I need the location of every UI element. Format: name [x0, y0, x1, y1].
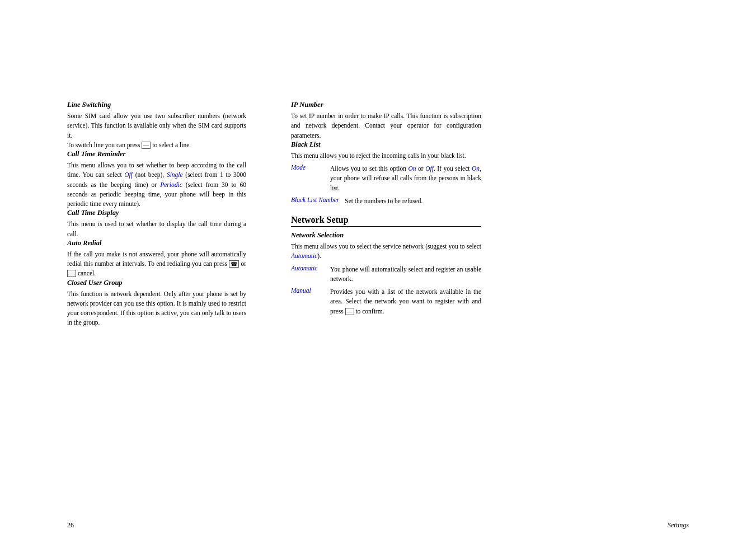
- section-call-time-reminder: Call Time Reminder This menu allows you …: [67, 150, 246, 209]
- key-icon: —: [142, 142, 151, 149]
- content-area: Line Switching Some SIM card allow you u…: [0, 0, 756, 362]
- page-number: 26: [67, 521, 74, 530]
- network-manual-label: Manual: [291, 287, 325, 316]
- term-off: Off: [124, 171, 133, 178]
- term-on: On: [408, 165, 416, 172]
- page: Line Switching Some SIM card allow you u…: [0, 0, 756, 534]
- black-list-title: Black List: [291, 140, 481, 149]
- line-switching-title: Line Switching: [67, 101, 246, 109]
- left-column: Line Switching Some SIM card allow you u…: [67, 101, 246, 328]
- footer-section-label: Settings: [668, 521, 689, 530]
- section-network-setup: Network Setup: [291, 215, 481, 227]
- black-list-number-desc: Set the numbers to be refused.: [345, 196, 481, 206]
- section-ip-number: IP Number To set IP number in order to m…: [291, 101, 481, 140]
- network-automatic-desc: You phone will automatically select and …: [330, 265, 481, 284]
- network-automatic-item: Automatic You phone will automatically s…: [291, 265, 481, 284]
- term-periodic: Periodic: [160, 181, 182, 188]
- network-manual-desc: Provides you with a list of the network …: [330, 287, 481, 316]
- network-manual-item: Manual Provides you with a list of the n…: [291, 287, 481, 316]
- section-line-switching: Line Switching Some SIM card allow you u…: [67, 101, 246, 150]
- network-selection-title: Network Selection: [291, 231, 481, 240]
- closed-user-group-title: Closed User Group: [67, 279, 246, 287]
- footer: 26 Settings: [0, 517, 756, 534]
- black-list-mode-desc: Allows you to set this option On or Off.…: [330, 164, 481, 193]
- network-automatic-label: Automatic: [291, 265, 325, 284]
- call-time-reminder-text: This menu allows you to set whether to b…: [67, 161, 246, 209]
- black-list-mode-item: Mode Allows you to set this option On or…: [291, 164, 481, 193]
- ip-number-text: To set IP number in order to make IP cal…: [291, 111, 481, 140]
- confirm-key-icon: —: [345, 308, 354, 315]
- section-call-time-display: Call Time Display This menu is used to s…: [67, 209, 246, 239]
- section-black-list: Black List This menu allows you to rejec…: [291, 140, 481, 206]
- section-closed-user-group: Closed User Group This function is netwo…: [67, 279, 246, 328]
- term-single: Single: [167, 171, 183, 178]
- ip-number-title: IP Number: [291, 101, 481, 109]
- line-switching-text: Some SIM card allow you use two subscrib…: [67, 111, 246, 150]
- call-time-display-text: This menu is used to set whether to disp…: [67, 219, 246, 239]
- call-key-icon: ☎: [229, 260, 239, 268]
- term-on-2: On: [472, 165, 480, 172]
- auto-redial-title: Auto Redial: [67, 239, 246, 247]
- cancel-key-icon: —: [67, 270, 76, 277]
- black-list-number-item: Black List Number Set the numbers to be …: [291, 196, 481, 206]
- call-time-reminder-title: Call Time Reminder: [67, 150, 246, 158]
- black-list-intro: This menu allows you to reject the incom…: [291, 151, 481, 161]
- section-auto-redial: Auto Redial If the call you make is not …: [67, 239, 246, 279]
- black-list-mode-label: Mode: [291, 164, 325, 193]
- auto-redial-text: If the call you make is not answered, yo…: [67, 250, 246, 279]
- term-automatic: Automatic: [291, 252, 317, 259]
- closed-user-group-text: This function is network dependent. Only…: [67, 289, 246, 328]
- network-selection-intro: This menu allows you to select the servi…: [291, 242, 481, 261]
- section-network-selection: Network Selection This menu allows you t…: [291, 231, 481, 316]
- network-setup-title: Network Setup: [291, 215, 481, 227]
- term-off-2: Off: [425, 165, 434, 172]
- right-column: IP Number To set IP number in order to m…: [291, 101, 481, 328]
- black-list-number-label: Black List Number: [291, 196, 339, 206]
- call-time-display-title: Call Time Display: [67, 209, 246, 217]
